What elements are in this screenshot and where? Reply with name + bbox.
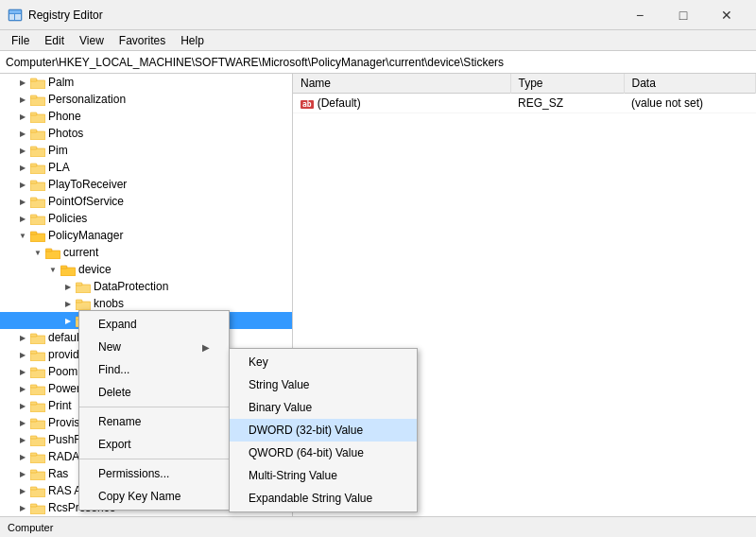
submenu-item[interactable]: Expandable String Value: [230, 487, 417, 510]
svg-rect-21: [30, 215, 37, 217]
tree-expander[interactable]: ▶: [15, 75, 30, 90]
tree-item[interactable]: ▶ PLA: [0, 159, 292, 176]
tree-expander[interactable]: ▶: [15, 109, 30, 124]
tree-expander[interactable]: ▶: [15, 398, 30, 413]
tree-expander[interactable]: ▼: [15, 228, 30, 243]
svg-rect-1: [9, 10, 21, 13]
submenu-item[interactable]: QWORD (64-bit) Value: [230, 442, 417, 464]
context-menu-item[interactable]: Permissions...: [79, 462, 229, 485]
minimize-button[interactable]: −: [618, 0, 662, 30]
svg-rect-22: [30, 234, 45, 242]
svg-rect-27: [60, 266, 67, 268]
tree-expander[interactable]: ▶: [15, 381, 30, 396]
svg-rect-44: [30, 421, 45, 429]
submenu-item[interactable]: Binary Value: [230, 396, 417, 419]
context-menu-item[interactable]: Rename: [79, 410, 229, 433]
tree-item[interactable]: ▶ PlayToReceiver: [0, 176, 292, 193]
context-menu-item[interactable]: Find...: [79, 358, 229, 381]
context-menu-item[interactable]: Delete: [79, 381, 229, 404]
context-menu-label: Find...: [98, 363, 129, 376]
cell-name: ab(Default): [293, 94, 510, 113]
submenu-item-label: Key: [249, 355, 268, 369]
menu-item-help[interactable]: Help: [173, 32, 212, 49]
submenu-item[interactable]: Multi-String Value: [230, 464, 417, 487]
svg-rect-10: [30, 131, 45, 140]
svg-rect-49: [30, 453, 37, 456]
tree-expander[interactable]: ▶: [15, 347, 30, 362]
folder-icon: [30, 400, 45, 412]
tree-item[interactable]: ▶ Pim: [0, 142, 292, 159]
menu-item-view[interactable]: View: [72, 32, 112, 49]
svg-rect-34: [30, 336, 45, 344]
tree-item[interactable]: ▶ DataProtection: [0, 278, 292, 295]
tree-expander[interactable]: ▶: [15, 449, 30, 464]
tree-item[interactable]: ▶ Photos: [0, 125, 292, 142]
folder-icon: [30, 179, 45, 191]
col-header-name[interactable]: Name: [293, 74, 510, 94]
tree-expander[interactable]: ▶: [60, 296, 76, 311]
address-bar: Computer\HKEY_LOCAL_MACHINE\SOFTWARE\Mic…: [0, 51, 756, 74]
submenu-item[interactable]: String Value: [230, 373, 417, 396]
menu-item-favorites[interactable]: Favorites: [112, 32, 173, 49]
context-menu-item[interactable]: Export: [79, 433, 229, 456]
submenu: KeyString ValueBinary ValueDWORD (32-bit…: [229, 348, 418, 512]
context-menu-label: Export: [98, 438, 131, 451]
tree-expander[interactable]: ▶: [15, 330, 30, 345]
tree-expander[interactable]: ▶: [15, 432, 30, 447]
tree-item[interactable]: ▼ device: [0, 261, 292, 278]
tree-expander[interactable]: ▼: [30, 245, 45, 260]
tree-expander[interactable]: ▶: [15, 143, 30, 158]
context-menu-label: Delete: [98, 386, 131, 399]
tree-expander[interactable]: ▼: [45, 262, 60, 277]
tree-item[interactable]: ▼ PolicyManager: [0, 227, 292, 244]
context-menu-item[interactable]: Expand: [79, 313, 229, 336]
tree-item[interactable]: ▶ Palm: [0, 74, 292, 91]
menu-item-edit[interactable]: Edit: [37, 32, 72, 49]
context-menu-item[interactable]: New▶: [79, 336, 229, 358]
menu-item-file[interactable]: File: [4, 32, 37, 49]
submenu-item-label: DWORD (32-bit) Value: [249, 424, 363, 437]
tree-item[interactable]: ▶ Policies: [0, 210, 292, 227]
folder-icon: [30, 77, 45, 89]
maximize-button[interactable]: □: [662, 0, 705, 30]
tree-expander[interactable]: ▶: [15, 211, 30, 226]
tree-expander[interactable]: ▶: [15, 160, 30, 175]
tree-item[interactable]: ▼ current: [0, 244, 292, 261]
submenu-item-label: String Value: [249, 378, 309, 391]
col-header-data[interactable]: Data: [624, 74, 756, 94]
tree-expander[interactable]: ▶: [15, 92, 30, 107]
tree-expander[interactable]: ▶: [15, 415, 30, 430]
tree-expander[interactable]: ▶: [60, 313, 76, 328]
status-bar: Computer: [0, 516, 756, 537]
folder-icon: [30, 451, 45, 463]
tree-expander[interactable]: ▶: [15, 466, 30, 481]
svg-rect-54: [30, 506, 45, 514]
context-menu-item[interactable]: Copy Key Name: [79, 485, 229, 508]
tree-expander[interactable]: ▶: [15, 126, 30, 141]
tree-expander[interactable]: ▶: [15, 177, 30, 192]
close-button[interactable]: ✕: [705, 0, 748, 30]
svg-rect-46: [30, 438, 45, 446]
tree-expander[interactable]: ▶: [15, 500, 30, 515]
tree-expander[interactable]: ▶: [15, 483, 30, 498]
submenu-item-label: Binary Value: [249, 401, 312, 414]
svg-rect-25: [45, 249, 52, 251]
context-menu-separator: [79, 459, 229, 459]
folder-icon: [76, 281, 91, 293]
submenu-item[interactable]: DWORD (32-bit) Value: [230, 419, 417, 442]
tree-item[interactable]: ▶ Phone: [0, 108, 292, 125]
folder-icon: [76, 298, 91, 310]
table-row[interactable]: ab(Default)REG_SZ(value not set): [293, 94, 756, 113]
tree-item[interactable]: ▶ Personalization: [0, 91, 292, 108]
svg-rect-53: [30, 487, 37, 490]
tree-expander[interactable]: ▶: [15, 194, 30, 209]
tree-expander[interactable]: ▶: [60, 279, 76, 294]
tree-expander[interactable]: ▶: [15, 364, 30, 379]
svg-rect-8: [30, 114, 45, 123]
tree-item[interactable]: ▶ PointOfService: [0, 193, 292, 210]
folder-icon: [30, 502, 45, 514]
submenu-item[interactable]: Key: [230, 351, 417, 373]
col-header-type[interactable]: Type: [510, 74, 624, 94]
folder-icon: [30, 162, 45, 174]
svg-rect-29: [76, 283, 82, 286]
